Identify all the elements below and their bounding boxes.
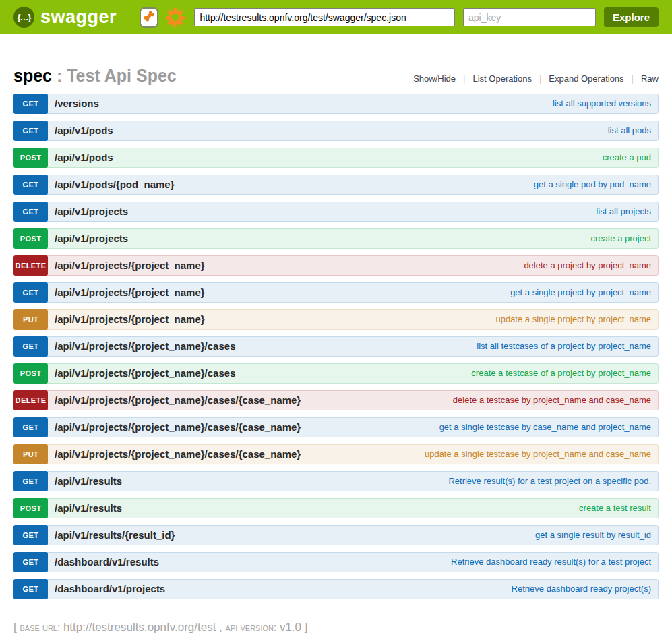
wrench-button[interactable] xyxy=(140,7,158,28)
footer-bracket-close: ] xyxy=(305,621,308,634)
gear-heart-icon xyxy=(164,7,186,28)
endpoint-path-link[interactable]: /api/v1/projects/{project_name} xyxy=(48,283,205,302)
action-raw[interactable]: Raw xyxy=(634,73,659,84)
action-show-hide[interactable]: Show/Hide xyxy=(406,73,463,84)
endpoint-path-link[interactable]: /dashboard/v1/projects xyxy=(48,580,165,599)
endpoint-row[interactable]: POST /api/v1/results create a test resul… xyxy=(13,498,659,518)
endpoint-description: Retrieve dashboard ready result(s) for a… xyxy=(159,553,658,572)
endpoint-path-link[interactable]: /api/v1/projects/{project_name}/cases/{c… xyxy=(48,445,301,464)
swagger-logo-icon: {…} xyxy=(13,7,34,28)
endpoint-row[interactable]: GET /dashboard/v1/results Retrieve dashb… xyxy=(13,552,659,572)
endpoint-row[interactable]: DELETE /api/v1/projects/{project_name} d… xyxy=(13,255,659,276)
endpoint-path-link[interactable]: /api/v1/projects xyxy=(48,202,128,221)
http-method-badge: POST xyxy=(13,498,48,518)
endpoint-path-link[interactable]: /api/v1/projects/{project_name} xyxy=(48,256,205,275)
endpoint-description: delete a testcase by project_name and ca… xyxy=(301,391,658,410)
endpoint-path-link[interactable]: /api/v1/results/{result_id} xyxy=(48,526,175,545)
http-method-badge: GET xyxy=(13,121,48,141)
endpoint-row[interactable]: PUT /api/v1/projects/{project_name} upda… xyxy=(13,309,659,330)
endpoint-description: list all pods xyxy=(113,121,658,140)
resource-section: spec : Test Api Spec Show/Hide|List Oper… xyxy=(13,66,659,599)
endpoint-description: create a testcase of a project by projec… xyxy=(235,364,658,383)
endpoint-description: create a pod xyxy=(113,148,658,167)
endpoint-row[interactable]: GET /dashboard/v1/projects Retrieve dash… xyxy=(13,579,659,599)
endpoint-description: get a single project by project_name xyxy=(205,283,658,302)
endpoint-row[interactable]: GET /versions list all supported version… xyxy=(13,94,659,114)
endpoint-path-link[interactable]: /api/v1/projects/{project_name}/cases/{c… xyxy=(48,391,301,410)
explore-button[interactable]: Explore xyxy=(604,7,659,27)
http-method-badge: GET xyxy=(13,94,48,114)
swagger-brand-link[interactable]: {…} swagger xyxy=(13,7,117,28)
api-key-input[interactable] xyxy=(463,8,596,26)
endpoint-path-link[interactable]: /api/v1/projects/{project_name}/cases xyxy=(48,337,235,356)
endpoint-row[interactable]: GET /api/v1/projects/{project_name}/case… xyxy=(13,336,659,357)
endpoint-path-link[interactable]: /api/v1/pods/{pod_name} xyxy=(48,175,175,194)
resource-actions: Show/Hide|List Operations|Expand Operati… xyxy=(406,73,659,84)
http-method-badge: GET xyxy=(13,336,48,357)
endpoint-row[interactable]: GET /api/v1/results/{result_id} get a si… xyxy=(13,525,659,545)
endpoint-list: GET /versions list all supported version… xyxy=(13,94,659,599)
endpoint-row[interactable]: GET /api/v1/results Retrieve result(s) f… xyxy=(13,471,659,491)
endpoint-description: list all projects xyxy=(128,202,658,221)
endpoint-description: list all supported versions xyxy=(99,94,658,113)
action-list-operations[interactable]: List Operations xyxy=(465,73,539,84)
http-method-badge: GET xyxy=(13,525,48,545)
endpoint-path-link[interactable]: /api/v1/projects/{project_name}/cases/{c… xyxy=(48,418,301,437)
endpoint-description: Retrieve dashboard ready project(s) xyxy=(165,580,658,599)
http-method-badge: GET xyxy=(13,471,48,491)
endpoint-row[interactable]: POST /api/v1/pods create a pod xyxy=(13,148,659,168)
endpoint-description: get a single pod by pod_name xyxy=(175,175,658,194)
page-title: spec : Test Api Spec xyxy=(13,66,177,86)
endpoint-description: create a test result xyxy=(122,499,658,518)
endpoint-description: update a single project by project_name xyxy=(205,310,658,329)
wrench-icon xyxy=(142,9,156,26)
base-url-label: base url: xyxy=(20,621,60,633)
http-method-badge: POST xyxy=(13,148,48,168)
endpoint-description: update a single testcase by project_name… xyxy=(301,445,658,464)
endpoint-row[interactable]: GET /api/v1/projects/{project_name}/case… xyxy=(13,417,659,437)
http-method-badge: GET xyxy=(13,282,48,303)
endpoint-row[interactable]: GET /api/v1/projects list all projects xyxy=(13,202,659,222)
endpoint-path-link[interactable]: /api/v1/projects/{project_name}/cases xyxy=(48,364,235,383)
endpoint-description: delete a project by project_name xyxy=(205,256,658,275)
endpoint-path-link[interactable]: /api/v1/results xyxy=(48,472,122,491)
footer-bracket-open: [ xyxy=(13,621,17,634)
endpoint-path-link[interactable]: /api/v1/pods xyxy=(48,121,113,140)
action-expand-operations[interactable]: Expand Operations xyxy=(541,73,631,84)
http-method-badge: DELETE xyxy=(13,390,48,410)
endpoint-path-link[interactable]: /api/v1/pods xyxy=(48,148,113,167)
endpoint-row[interactable]: GET /api/v1/projects/{project_name} get … xyxy=(13,282,659,303)
endpoint-path-link[interactable]: /api/v1/results xyxy=(48,499,122,518)
http-method-badge: PUT xyxy=(13,309,48,330)
http-method-badge: GET xyxy=(13,202,48,222)
http-method-badge: GET xyxy=(13,417,48,437)
endpoint-description: get a single result by result_id xyxy=(175,526,658,545)
endpoint-row[interactable]: POST /api/v1/projects create a project xyxy=(13,228,659,249)
api-version-label: api version: xyxy=(226,621,277,633)
http-method-badge: POST xyxy=(13,228,48,249)
endpoint-description: Retrieve result(s) for a test project on… xyxy=(122,472,658,491)
endpoint-description: list all testcases of a project by proje… xyxy=(235,337,658,356)
header-bar: {…} swagger xyxy=(0,0,672,34)
endpoint-row[interactable]: PUT /api/v1/projects/{project_name}/case… xyxy=(13,444,659,464)
logo-glyph: {…} xyxy=(17,12,30,22)
resource-name[interactable]: spec xyxy=(13,66,52,85)
endpoint-description: get a single testcase by case_name and p… xyxy=(301,418,658,437)
footer-comma: , xyxy=(219,621,222,634)
resource-title: : Test Api Spec xyxy=(57,66,177,85)
http-method-badge: GET xyxy=(13,175,48,195)
endpoint-path-link[interactable]: /dashboard/v1/results xyxy=(48,553,159,572)
http-method-badge: GET xyxy=(13,552,48,572)
api-version-value: v1.0 xyxy=(280,621,301,634)
base-url-value: http://testresults.opnfv.org/test xyxy=(63,621,216,634)
endpoint-row[interactable]: POST /api/v1/projects/{project_name}/cas… xyxy=(13,363,659,384)
endpoint-row[interactable]: DELETE /api/v1/projects/{project_name}/c… xyxy=(13,390,659,410)
endpoint-path-link[interactable]: /api/v1/projects xyxy=(48,229,128,248)
endpoint-path-link[interactable]: /api/v1/projects/{project_name} xyxy=(48,310,205,329)
http-method-badge: PUT xyxy=(13,444,48,464)
endpoint-row[interactable]: GET /api/v1/pods list all pods xyxy=(13,121,659,141)
endpoint-path-link[interactable]: /versions xyxy=(48,94,99,113)
endpoint-row[interactable]: GET /api/v1/pods/{pod_name} get a single… xyxy=(13,175,659,195)
endpoint-description: create a project xyxy=(128,229,658,248)
spec-url-input[interactable] xyxy=(194,8,455,26)
